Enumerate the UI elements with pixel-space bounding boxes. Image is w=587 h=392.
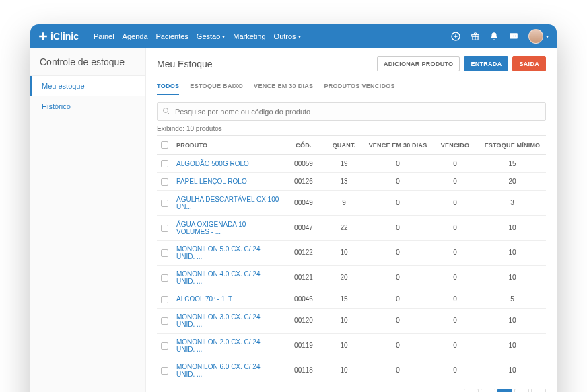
products-table: PRODUTO CÓD. QUANT. VENCE EM 30 DIAS VEN… (157, 135, 546, 383)
gift-icon[interactable] (471, 32, 480, 41)
row-checkbox[interactable] (161, 296, 168, 303)
page-prev-button[interactable]: ‹ (481, 389, 495, 392)
cell-qty: 15 (324, 290, 364, 308)
logo-icon (38, 32, 48, 41)
cell-cod: 00126 (283, 172, 324, 190)
select-all-checkbox[interactable] (161, 141, 168, 149)
nav-pacientes[interactable]: Pacientes (156, 32, 188, 40)
cell-min: 20 (479, 172, 546, 190)
col-quant[interactable]: QUANT. (324, 136, 364, 155)
cell-qty: 22 (324, 215, 364, 240)
product-link[interactable]: MONONILON 5.0 CX. C/ 24 UNID. ... (176, 245, 260, 260)
product-link[interactable]: PAPEL LENÇOL ROLO (176, 178, 247, 185)
row-checkbox[interactable] (161, 249, 168, 257)
chevron-down-icon: ▾ (298, 34, 301, 40)
nav-agenda[interactable]: Agenda (123, 32, 148, 40)
tab-todos[interactable]: TODOS (157, 78, 179, 95)
row-checkbox[interactable] (161, 342, 168, 350)
col-vence30[interactable]: VENCE EM 30 DIAS (364, 136, 431, 155)
cell-cod: 00119 (283, 333, 324, 358)
cell-venc: 0 (431, 308, 479, 333)
cell-v30: 0 (364, 215, 431, 240)
nav-gestao[interactable]: Gestão ▾ (197, 32, 225, 40)
cell-min: 10 (479, 265, 546, 290)
add-product-button[interactable]: ADICIONAR PRODUTO (377, 56, 460, 71)
table-row: ALGODÃO 500G ROLO00059190015 (157, 155, 546, 173)
page-first-button[interactable]: I‹ (464, 389, 479, 392)
main-nav: Painel Agenda Pacientes Gestão ▾ Marketi… (94, 32, 301, 40)
cell-v30: 0 (364, 155, 431, 173)
tab-vence-30[interactable]: VENCE EM 30 DIAS (254, 78, 313, 95)
svg-point-6 (515, 36, 516, 37)
nav-outros[interactable]: Outros ▾ (274, 32, 301, 40)
pagination: I‹ ‹ 1 › ›I (157, 389, 546, 392)
sidebar-item-meu-estoque[interactable]: Meu estoque (30, 76, 145, 96)
brand-logo[interactable]: iClinic (38, 31, 79, 42)
search-input[interactable] (157, 102, 546, 121)
product-link[interactable]: ALGODÃO 500G ROLO (176, 160, 249, 167)
page-next-button[interactable]: › (514, 389, 529, 392)
svg-point-5 (513, 36, 514, 37)
cell-qty: 10 (324, 240, 364, 265)
chat-icon[interactable] (508, 32, 519, 41)
chevron-down-icon: ▾ (222, 34, 225, 40)
row-checkbox[interactable] (161, 178, 168, 186)
cell-min: 10 (479, 240, 546, 265)
cell-venc: 0 (431, 215, 479, 240)
cell-qty: 10 (324, 358, 364, 383)
row-checkbox[interactable] (161, 274, 168, 282)
product-link[interactable]: MONONILON 6.0 CX. C/ 24 UNID. ... (176, 363, 260, 378)
main-content: Meu Estoque ADICIONAR PRODUTO ENTRADA SA… (146, 48, 557, 392)
table-row: MONONILON 4.0 CX. C/ 24 UNID. ...0012120… (157, 265, 546, 290)
page-1-button[interactable]: 1 (497, 389, 512, 392)
cell-min: 10 (479, 308, 546, 333)
col-min[interactable]: ESTOQUE MÍNIMO (479, 136, 546, 155)
bell-icon[interactable] (489, 32, 499, 41)
page-title: Meu Estoque (157, 58, 213, 69)
product-link[interactable]: MONONILON 4.0 CX. C/ 24 UNID. ... (176, 270, 260, 285)
product-link[interactable]: ALCOOL 70º - 1LT (176, 295, 232, 303)
cell-qty: 9 (324, 190, 364, 215)
entrada-button[interactable]: ENTRADA (464, 56, 508, 71)
row-checkbox[interactable] (161, 225, 168, 232)
col-produto[interactable]: PRODUTO (172, 136, 283, 155)
cell-min: 15 (479, 155, 546, 173)
row-checkbox[interactable] (161, 317, 168, 325)
cell-min: 10 (479, 215, 546, 240)
brand-text: iClinic (50, 31, 79, 42)
table-row: MONONILON 3.0 CX. C/ 24 UNID. ...0012010… (157, 308, 546, 333)
product-link[interactable]: MONONILON 2.0 CX. C/ 24 UNID. ... (176, 338, 260, 353)
tab-vencidos[interactable]: PRODUTOS VENCIDOS (324, 78, 394, 95)
cell-cod: 00118 (283, 358, 324, 383)
nav-marketing[interactable]: Marketing (233, 32, 265, 40)
cell-cod: 00121 (283, 265, 324, 290)
cell-v30: 0 (364, 190, 431, 215)
cell-v30: 0 (364, 172, 431, 190)
tab-estoque-baixo[interactable]: ESTOQUE BAIXO (190, 78, 243, 95)
sidebar-item-historico[interactable]: Histórico (30, 96, 145, 116)
topbar: iClinic Painel Agenda Pacientes Gestão ▾… (30, 24, 557, 48)
showing-count: Exibindo: 10 produtos (157, 125, 546, 132)
cell-cod: 00120 (283, 308, 324, 333)
cell-qty: 13 (324, 172, 364, 190)
cell-venc: 0 (431, 190, 479, 215)
table-row: MONONILON 2.0 CX. C/ 24 UNID. ...0011910… (157, 333, 546, 358)
page-last-button[interactable]: ›I (531, 389, 546, 392)
product-link[interactable]: MONONILON 3.0 CX. C/ 24 UNID. ... (176, 313, 260, 328)
col-vencido[interactable]: VENCIDO (431, 136, 479, 155)
cell-v30: 0 (364, 290, 431, 308)
row-checkbox[interactable] (161, 160, 168, 167)
cell-min: 10 (479, 358, 546, 383)
add-icon[interactable] (450, 31, 461, 42)
row-checkbox[interactable] (161, 200, 168, 207)
cell-venc: 0 (431, 172, 479, 190)
col-cod[interactable]: CÓD. (283, 136, 324, 155)
product-link[interactable]: ÁGUA OXIGENADA 10 VOLUMES - ... (176, 221, 246, 235)
row-checkbox[interactable] (161, 367, 168, 375)
saida-button[interactable]: SAÍDA (512, 56, 546, 71)
user-menu[interactable]: ▾ (528, 29, 549, 44)
product-link[interactable]: AGULHA DESCARTÁVEL CX 100 UN... (176, 196, 279, 210)
cell-venc: 0 (431, 240, 479, 265)
nav-painel[interactable]: Painel (94, 32, 114, 40)
tabs: TODOS ESTOQUE BAIXO VENCE EM 30 DIAS PRO… (157, 78, 546, 95)
